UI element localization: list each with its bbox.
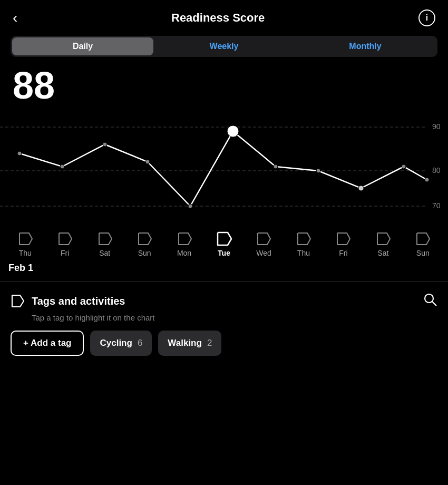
svg-point-15 — [402, 164, 406, 169]
day-col-mon[interactable]: Mon — [164, 231, 204, 257]
info-button[interactable]: i — [418, 9, 435, 26]
svg-point-14 — [358, 186, 364, 191]
date-range: Feb 1 — [0, 257, 448, 281]
svg-line-18 — [432, 302, 436, 306]
svg-point-10 — [188, 204, 192, 208]
day-col-tue[interactable]: Tue — [204, 231, 244, 257]
walking-tag-chip[interactable]: Walking 2 — [158, 331, 221, 356]
day-label-sun-1: Sun — [138, 249, 151, 257]
tags-section: Tags and activities Tap a tag to highlig… — [0, 282, 448, 364]
day-label-sat-1: Sat — [99, 249, 110, 257]
tab-weekly[interactable]: Weekly — [153, 37, 295, 55]
tags-section-icon — [11, 294, 25, 308]
svg-point-6 — [17, 151, 22, 156]
day-label-tue: Tue — [218, 249, 230, 257]
tag-icon-thu-1 — [16, 231, 35, 247]
day-label-wed: Wed — [256, 249, 271, 257]
tag-icon-mon — [175, 231, 194, 247]
score-section: 88 — [0, 57, 448, 104]
tag-icon-fri-2 — [334, 231, 353, 247]
tags-title-row: Tags and activities — [11, 294, 125, 308]
day-col-fri-1[interactable]: Fri — [45, 231, 84, 257]
tag-icon-sun-2 — [413, 231, 432, 247]
day-col-thu-1[interactable]: Thu — [5, 231, 45, 257]
chart-container: 90 80 70 — [0, 113, 448, 229]
svg-text:80: 80 — [432, 166, 441, 174]
tab-monthly[interactable]: Monthly — [295, 37, 436, 55]
tag-icon-thu-2 — [294, 231, 313, 247]
page-title: Readiness Score — [171, 11, 265, 25]
day-label-sun-2: Sun — [416, 249, 430, 257]
tag-icon-sun-1 — [135, 231, 154, 247]
svg-point-11 — [227, 125, 239, 137]
day-col-sun-2[interactable]: Sun — [403, 231, 443, 257]
day-col-sat-1[interactable]: Sat — [85, 231, 124, 257]
tag-icon-sat-1 — [95, 231, 114, 247]
tag-icon-sat-2 — [374, 231, 393, 247]
tags-subtitle: Tap a tag to highlight it on the chart — [32, 313, 437, 322]
day-col-sat-2[interactable]: Sat — [363, 231, 403, 257]
day-label-thu-2: Thu — [297, 249, 310, 257]
day-label-fri-2: Fri — [339, 249, 347, 257]
back-button[interactable]: ‹ — [13, 11, 17, 25]
tags-header: Tags and activities — [11, 292, 437, 310]
svg-text:90: 90 — [432, 122, 441, 131]
day-col-fri-2[interactable]: Fri — [324, 231, 363, 257]
tab-bar: Daily Weekly Monthly — [11, 36, 437, 57]
header: ‹ Readiness Score i — [0, 0, 448, 34]
tag-icon-tue — [215, 231, 233, 247]
add-tag-button[interactable]: + Add a tag — [11, 331, 84, 356]
svg-point-9 — [145, 160, 150, 164]
cycling-tag-chip[interactable]: Cycling 6 — [90, 331, 152, 356]
tags-chips: + Add a tag Cycling 6 Walking 2 — [11, 331, 437, 356]
svg-point-13 — [316, 169, 320, 173]
day-label-thu-1: Thu — [19, 249, 32, 257]
day-label-mon: Mon — [177, 249, 191, 257]
day-label-sat-2: Sat — [377, 249, 388, 257]
tags-title: Tags and activities — [32, 295, 125, 307]
svg-point-7 — [60, 164, 64, 169]
svg-point-8 — [103, 142, 107, 147]
day-label-fri-1: Fri — [61, 249, 69, 257]
svg-point-12 — [274, 164, 278, 169]
readiness-chart: 90 80 70 — [0, 113, 448, 229]
search-button[interactable] — [423, 292, 437, 310]
walking-tag-label: Walking — [168, 338, 202, 348]
day-col-wed[interactable]: Wed — [244, 231, 284, 257]
tab-daily[interactable]: Daily — [12, 37, 153, 55]
svg-text:70: 70 — [432, 201, 441, 210]
cycling-tag-label: Cycling — [100, 338, 132, 348]
cycling-tag-count: 6 — [138, 338, 142, 348]
days-row: Thu Fri Sat Sun Mon Tue — [0, 231, 448, 257]
day-col-thu-2[interactable]: Thu — [284, 231, 323, 257]
tag-icon-wed — [254, 231, 273, 247]
tag-icon-fri-1 — [55, 231, 74, 247]
readiness-score: 88 — [13, 66, 435, 104]
svg-point-17 — [425, 294, 433, 303]
svg-point-16 — [425, 178, 429, 182]
walking-tag-count: 2 — [207, 338, 212, 348]
day-col-sun-1[interactable]: Sun — [124, 231, 164, 257]
